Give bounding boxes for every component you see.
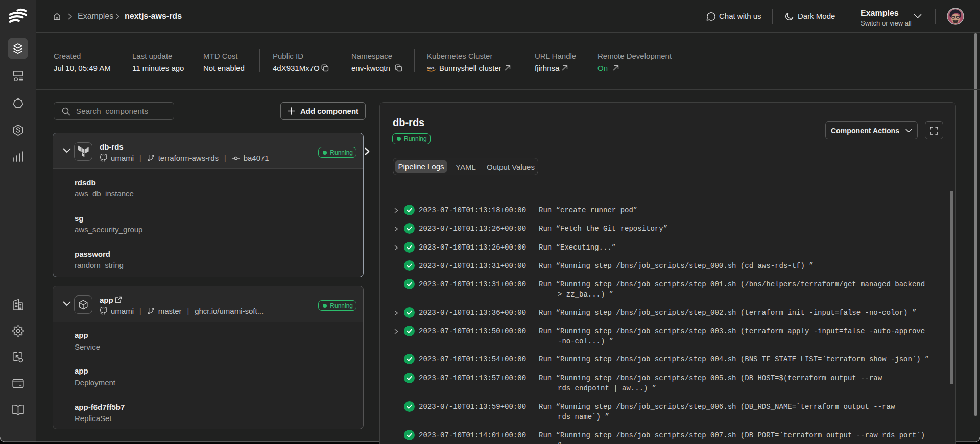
svg-text:aws: aws [427, 66, 434, 70]
